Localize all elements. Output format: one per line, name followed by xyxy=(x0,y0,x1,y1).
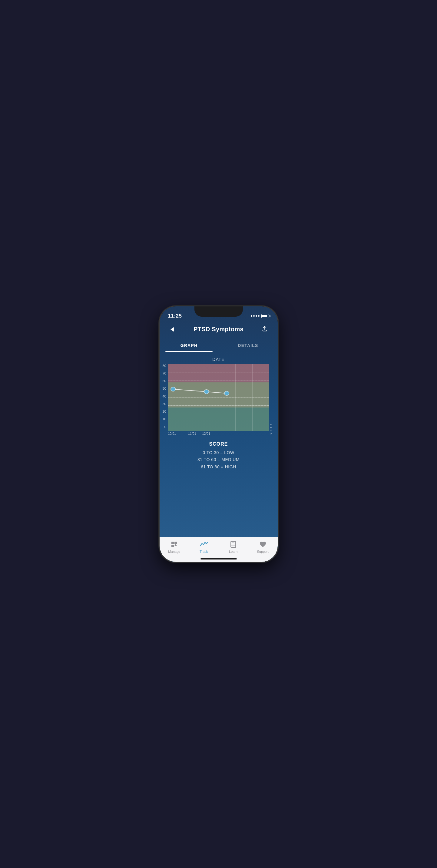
y-label-10: 10 xyxy=(163,417,166,421)
svg-marker-6 xyxy=(175,544,177,546)
tab-graph[interactable]: GRAPH xyxy=(160,340,219,352)
score-legend-high: 61 TO 80 = HIGH xyxy=(160,464,278,471)
chart-container: 0 10 20 30 40 50 60 70 80 xyxy=(163,364,275,435)
y-label-20: 20 xyxy=(163,410,166,413)
nav-label-learn: Learn xyxy=(229,550,238,553)
y-label-60: 60 xyxy=(163,379,166,383)
svg-point-2 xyxy=(224,391,229,395)
score-legend-low: 0 TO 30 = LOW xyxy=(160,449,278,457)
nav-label-track: Track xyxy=(199,550,208,553)
chart-inner: 10/01 11/01 12/01 xyxy=(168,364,269,435)
y-label-70: 70 xyxy=(163,372,166,375)
y-label-40: 40 xyxy=(163,395,166,398)
nav-item-manage[interactable]: Manage xyxy=(160,540,189,553)
share-button[interactable] xyxy=(259,324,270,335)
status-time: 11:25 xyxy=(168,313,182,319)
y-label-0: 0 xyxy=(163,425,166,429)
chart-svg xyxy=(168,364,269,431)
support-icon xyxy=(259,540,267,549)
header: PTSD Symptoms xyxy=(160,321,278,340)
y-label-30: 30 xyxy=(163,402,166,406)
y-label-50: 50 xyxy=(163,387,166,390)
x-label-oct: 10/01 xyxy=(168,432,176,435)
score-legend-medium: 31 TO 60 = MEDIUM xyxy=(160,456,278,464)
battery-icon xyxy=(261,314,269,318)
learn-icon xyxy=(229,540,238,549)
svg-point-0 xyxy=(171,387,176,391)
nav-item-track[interactable]: Track xyxy=(189,540,219,553)
x-label-nov: 11/01 xyxy=(188,432,196,435)
nav-item-support[interactable]: Support xyxy=(248,540,278,553)
page-title: PTSD Symptoms xyxy=(193,326,244,333)
track-icon xyxy=(199,540,208,549)
phone-notch xyxy=(194,306,243,317)
x-axis-labels: 10/01 11/01 12/01 xyxy=(168,431,269,435)
chart-date-label: DATE xyxy=(163,357,275,362)
chart-section: DATE 0 10 20 30 40 50 60 70 80 xyxy=(160,352,278,435)
tab-details[interactable]: DETAILS xyxy=(219,340,278,352)
score-legend-title: SCORE xyxy=(160,441,278,447)
x-label-dec: 12/01 xyxy=(202,432,211,435)
phone-screen: 11:25 PTSD Symptoms xyxy=(160,306,278,562)
tab-underline xyxy=(165,351,213,352)
y-label-80: 80 xyxy=(163,364,166,368)
svg-rect-5 xyxy=(171,545,174,547)
tab-graph-label: GRAPH xyxy=(181,343,198,348)
signal-icon xyxy=(251,315,259,317)
back-button[interactable] xyxy=(167,324,178,335)
nav-label-support: Support xyxy=(257,550,269,553)
svg-point-1 xyxy=(204,389,209,394)
svg-point-7 xyxy=(207,542,208,543)
svg-rect-4 xyxy=(175,541,177,544)
chart-background xyxy=(168,364,269,431)
score-right-label: SCORE xyxy=(269,364,275,435)
tab-details-label: DETAILS xyxy=(238,343,258,348)
back-chevron-icon xyxy=(170,327,174,332)
score-legend: SCORE 0 TO 30 = LOW 31 TO 60 = MEDIUM 61… xyxy=(160,435,278,474)
status-icons xyxy=(251,314,269,318)
nav-item-learn[interactable]: Learn xyxy=(219,540,248,553)
y-axis-labels: 0 10 20 30 40 50 60 70 80 xyxy=(163,364,168,435)
nav-label-manage: Manage xyxy=(168,550,180,553)
manage-icon xyxy=(170,540,178,549)
home-indicator xyxy=(200,558,237,559)
phone-device: 11:25 PTSD Symptoms xyxy=(160,306,278,562)
tabs: GRAPH DETAILS xyxy=(160,340,278,352)
share-icon xyxy=(261,326,268,333)
svg-rect-3 xyxy=(171,541,174,544)
